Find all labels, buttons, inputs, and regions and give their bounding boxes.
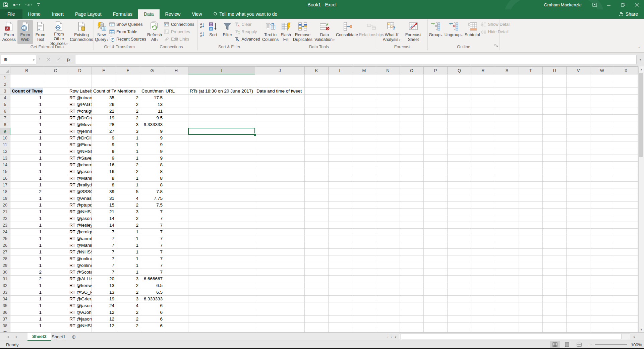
cell-E13[interactable]: 9 xyxy=(92,155,116,161)
subtotal-button[interactable]: Subtotal xyxy=(464,20,481,44)
group-button[interactable]: Group▾ xyxy=(428,20,444,44)
cell-B27[interactable]: 1 xyxy=(10,249,43,255)
column-header-S[interactable]: S xyxy=(495,67,519,74)
cell-B10[interactable]: 1 xyxy=(10,135,43,141)
row-header-8[interactable]: 8 xyxy=(0,121,10,128)
cell-D3[interactable]: Row Labels xyxy=(68,88,92,94)
cell-F18[interactable]: 5 xyxy=(116,188,140,195)
cell-D34[interactable]: RT @GrierA xyxy=(68,296,92,302)
column-header-G[interactable]: G xyxy=(140,67,164,74)
cell-F28[interactable]: 1 xyxy=(116,255,140,262)
cell-B35[interactable]: 1 xyxy=(10,302,43,309)
row-header-23[interactable]: 23 xyxy=(0,222,10,229)
sort-ascending-button[interactable]: AZ xyxy=(198,21,206,29)
column-header-H[interactable]: H xyxy=(164,67,188,74)
cell-G15[interactable]: 8 xyxy=(140,168,164,175)
row-header-22[interactable]: 22 xyxy=(0,215,10,222)
cell-F14[interactable]: 2 xyxy=(116,162,140,168)
cell-G12[interactable]: 9 xyxy=(140,148,164,155)
ribbon-display-options-icon[interactable] xyxy=(588,0,602,9)
cell-G7[interactable]: 9.5 xyxy=(140,115,164,121)
horizontal-scrollbar-thumb[interactable] xyxy=(401,334,622,339)
signed-in-user[interactable]: Graham Mackenzie xyxy=(544,2,582,7)
row-header-27[interactable]: 27 xyxy=(0,249,10,255)
column-header-U[interactable]: U xyxy=(543,67,567,74)
cell-G24[interactable]: 7 xyxy=(140,229,164,235)
cell-D19[interactable]: RT @AnasS xyxy=(68,195,92,201)
cell-B36[interactable]: 1 xyxy=(10,309,43,315)
cell-G33[interactable]: 6.5 xyxy=(140,289,164,295)
column-header-L[interactable]: L xyxy=(329,67,352,74)
cell-E11[interactable]: 9 xyxy=(92,141,116,148)
cell-E33[interactable]: 13 xyxy=(92,289,116,295)
cell-E19[interactable]: 31 xyxy=(92,195,116,201)
cell-B11[interactable]: 1 xyxy=(10,141,43,148)
cell-E5[interactable]: 26 xyxy=(92,101,116,108)
data-validation-button[interactable]: Data Validation▾ xyxy=(313,20,336,44)
new-query-button[interactable]: New Query▾ xyxy=(94,20,109,44)
row-header-12[interactable]: 12 xyxy=(0,148,10,155)
cell-E14[interactable]: 16 xyxy=(92,162,116,168)
cell-B32[interactable]: 1 xyxy=(10,282,43,289)
from-access-button[interactable]: A From Access xyxy=(1,20,17,44)
column-header-T[interactable]: T xyxy=(519,67,543,74)
cell-F22[interactable]: 2 xyxy=(116,215,140,222)
cell-G26[interactable]: 7 xyxy=(140,242,164,248)
column-header-Q[interactable]: Q xyxy=(448,67,471,74)
cell-E27[interactable]: 7 xyxy=(92,249,116,255)
cell-E38[interactable]: 12 xyxy=(92,323,116,329)
horizontal-scrollbar[interactable] xyxy=(399,333,630,340)
column-header-R[interactable]: R xyxy=(471,67,495,74)
row-header-26[interactable]: 26 xyxy=(0,242,10,249)
tab-review[interactable]: Review xyxy=(160,9,186,19)
selected-cell-I9[interactable] xyxy=(188,128,255,135)
cell-F9[interactable]: 3 xyxy=(116,128,140,134)
sort-descending-button[interactable]: ZA xyxy=(198,30,206,38)
cell-G37[interactable]: 6 xyxy=(140,316,164,322)
cell-E24[interactable]: 7 xyxy=(92,229,116,235)
cell-D27[interactable]: RT @NHSSc xyxy=(68,249,92,255)
worksheet-grid[interactable]: BCDEFGHIJKLMNOPQRSTUVWX12345678910111213… xyxy=(0,66,638,333)
cell-B37[interactable]: 1 xyxy=(10,316,43,322)
cell-G30[interactable]: 7 xyxy=(140,269,164,275)
cell-B33[interactable]: 1 xyxy=(10,289,43,295)
cell-F37[interactable]: 2 xyxy=(116,316,140,322)
cell-E6[interactable]: 22 xyxy=(92,108,116,114)
cell-E34[interactable]: 19 xyxy=(92,296,116,302)
cell-D33[interactable]: RT @SG_Pri xyxy=(68,289,92,295)
cell-G11[interactable]: 9 xyxy=(140,141,164,148)
cell-G19[interactable]: 7.75 xyxy=(140,195,164,201)
cell-I3[interactable]: RTs (at 18:30 on 20 June 2017) xyxy=(188,88,255,94)
hscroll-right-icon[interactable]: ► xyxy=(631,333,638,341)
row-header-32[interactable]: 32 xyxy=(0,282,10,289)
cell-D16[interactable]: RT @Manira xyxy=(68,175,92,181)
cell-G29[interactable]: 7 xyxy=(140,262,164,269)
cell-D11[interactable]: RT @FionaC xyxy=(68,141,92,148)
cell-D9[interactable]: RT @jennife xyxy=(68,128,92,134)
cell-B34[interactable]: 1 xyxy=(10,296,43,302)
collapse-ribbon-icon[interactable]: ⌃ xyxy=(638,47,641,51)
cell-G36[interactable]: 6 xyxy=(140,309,164,315)
cell-E10[interactable]: 9 xyxy=(92,135,116,141)
row-header-16[interactable]: 16 xyxy=(0,175,10,182)
cell-E16[interactable]: 8 xyxy=(92,175,116,181)
filter-button[interactable]: Filter xyxy=(221,20,235,44)
row-header-10[interactable]: 10 xyxy=(0,135,10,141)
cell-D30[interactable]: RT @Scotar xyxy=(68,269,92,275)
restore-icon[interactable] xyxy=(616,0,630,9)
cell-B26[interactable]: 1 xyxy=(10,242,43,248)
cell-B9[interactable]: 1 xyxy=(10,128,43,134)
row-header-13[interactable]: 13 xyxy=(0,155,10,162)
cell-E9[interactable]: 27 xyxy=(92,128,116,134)
cell-E22[interactable]: 14 xyxy=(92,215,116,222)
column-header-J[interactable]: J xyxy=(255,67,305,74)
cell-G9[interactable]: 9 xyxy=(140,128,164,134)
cell-D10[interactable]: RT @DrGillP xyxy=(68,135,92,141)
cell-E3[interactable]: Count of Tw xyxy=(92,88,116,94)
cell-G8[interactable]: 9.333333 xyxy=(140,121,164,128)
tab-data[interactable]: Data xyxy=(138,9,160,19)
cell-D37[interactable]: RT @jasonle xyxy=(68,316,92,322)
what-if-analysis-button[interactable]: ? What-If Analysis▾ xyxy=(380,20,403,44)
row-header-6[interactable]: 6 xyxy=(0,108,10,115)
select-all-corner[interactable] xyxy=(0,67,10,74)
